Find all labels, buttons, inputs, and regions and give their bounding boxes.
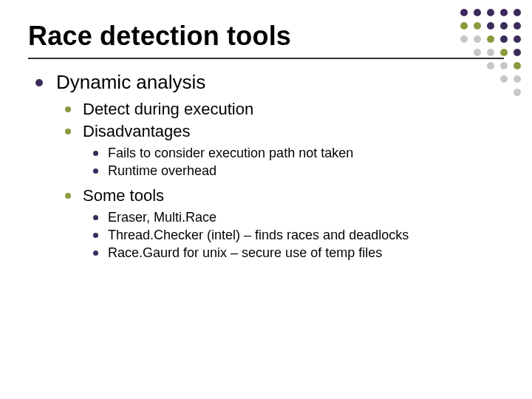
dot-icon <box>500 62 508 69</box>
dot-icon <box>474 35 481 43</box>
bullet-text: Runtime overhead <box>108 163 216 178</box>
dot-icon <box>487 35 494 43</box>
dot-icon <box>487 22 494 30</box>
bullet-text: Some tools <box>83 186 164 205</box>
bullet-text: Detect during execution <box>83 100 253 118</box>
dot-icon <box>500 22 508 30</box>
slide: Race detection tools Dynamic analysis De… <box>0 0 532 399</box>
bullet-list: Fails to consider execution path not tak… <box>93 146 504 179</box>
bullet-list: Detect during execution Disadvantages Fa… <box>65 100 504 261</box>
bullet-list: Eraser, Multi.Race Thread.Checker (intel… <box>93 210 504 261</box>
dot-icon <box>514 9 521 16</box>
dot-icon <box>500 49 508 56</box>
dot-icon <box>487 49 494 56</box>
list-item: Eraser, Multi.Race <box>93 210 504 225</box>
list-item: Fails to consider execution path not tak… <box>93 146 504 161</box>
list-item: Thread.Checker (intel) – finds races and… <box>93 228 504 243</box>
bullet-text: Eraser, Multi.Race <box>108 210 216 225</box>
dot-icon <box>460 22 468 30</box>
list-item: Detect during execution <box>65 100 504 119</box>
list-item: Disadvantages Fails to consider executio… <box>65 122 504 179</box>
dot-icon <box>514 49 521 56</box>
bullet-text: Race.Gaurd for unix – secure use of temp… <box>108 245 382 260</box>
dot-icon <box>474 49 481 56</box>
bullet-text: Dynamic analysis <box>56 71 205 93</box>
dot-icon <box>500 9 508 16</box>
dot-icon <box>474 22 481 30</box>
dot-icon <box>514 89 521 96</box>
dot-icon <box>487 9 494 16</box>
list-item: Runtime overhead <box>93 163 504 179</box>
bullet-text: Thread.Checker (intel) – finds races and… <box>108 228 409 242</box>
list-item: Race.Gaurd for unix – secure use of temp… <box>93 245 504 261</box>
dot-icon <box>514 35 521 43</box>
bullet-text: Fails to consider execution path not tak… <box>108 146 353 160</box>
dot-icon <box>514 62 521 69</box>
dot-icon <box>514 75 521 83</box>
dot-icon <box>460 9 468 16</box>
dot-icon <box>487 62 494 69</box>
dot-icon <box>474 9 481 16</box>
list-item: Dynamic analysis Detect during execution… <box>35 71 504 261</box>
list-item: Some tools Eraser, Multi.Race Thread.Che… <box>65 186 504 261</box>
bullet-text: Disadvantages <box>83 122 191 140</box>
dot-icon <box>514 22 521 30</box>
bullet-list: Dynamic analysis Detect during execution… <box>35 71 504 261</box>
dot-icon <box>500 35 508 43</box>
slide-title: Race detection tools <box>28 21 504 59</box>
dot-icon <box>460 35 468 43</box>
